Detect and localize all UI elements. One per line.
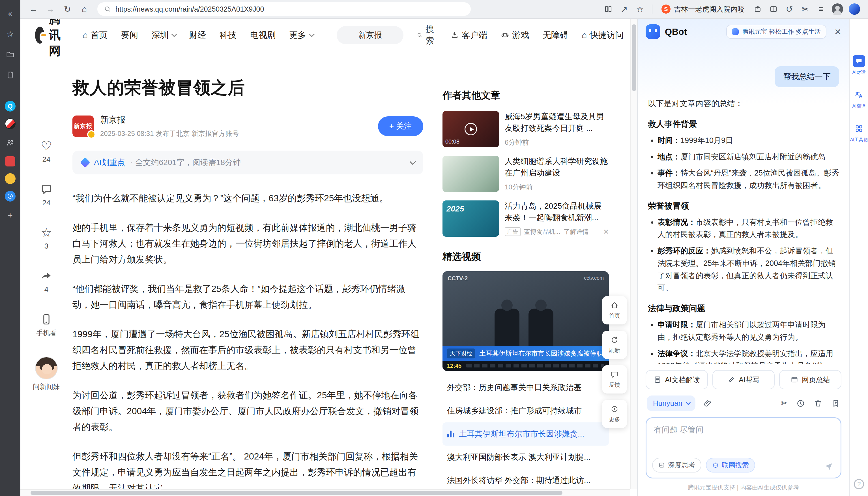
notes-button[interactable] [4,68,16,81]
ai-chat-tool[interactable]: AI对话 [852,55,866,75]
ai-write-button[interactable]: AI帮写 [712,370,775,389]
send-button[interactable] [824,461,834,471]
forward-button[interactable]: → [43,2,58,16]
share-button[interactable]: 4 [40,270,53,294]
site-search-button[interactable]: 搜索 [417,24,437,47]
history-button[interactable]: ↺ [782,2,797,16]
qbot-input-box[interactable]: 深度思考 联网搜索 [646,417,841,478]
qq-app-icon[interactable]: Q [5,101,16,111]
yellow-app-icon[interactable] [5,173,16,184]
collapse-sidebar-button[interactable]: « [4,7,16,20]
news-assistant-button[interactable]: 问新闻妹 [33,357,60,391]
follow-button[interactable]: + 关注 [378,117,423,136]
nav-item-home[interactable]: ⌂首页 [83,29,108,41]
video-list-item-active[interactable]: 土耳其伊斯坦布尔市市长因涉嫌贪... [443,422,609,446]
history-icon[interactable] [796,399,805,408]
deep-think-toggle[interactable]: 深度思考 [652,458,701,472]
vertical-scrollbar[interactable] [630,19,637,489]
qbot-input[interactable] [646,418,840,453]
nav-item-tv[interactable]: 电视剧 [250,29,276,41]
send-page-button[interactable]: ↗ [617,2,631,16]
ai-digest-bar[interactable]: AI划重点 · 全文约6201字，阅读需18分钟 [73,151,423,174]
user-message: 帮我总结一下 [775,66,839,87]
nav-item-tech[interactable]: 科技 [220,29,237,41]
accessibility-link[interactable]: 无障碍 [543,29,568,41]
related-title[interactable]: 人类细胞谱系大科学研究设施在广州启动建设 [505,156,609,179]
penguin-app-icon[interactable] [5,118,16,129]
client-app-link[interactable]: 客户端 [450,29,487,41]
video-list-item[interactable]: 澳大利亚国防部长表示 澳大利亚计划提... [443,446,609,469]
reload-button[interactable]: ↻ [60,2,75,16]
attachment-icon[interactable] [703,399,712,408]
ai-toolbox-tool[interactable]: AI工具箱 [850,122,868,142]
bookmark-add-icon[interactable] [831,399,840,408]
help-button[interactable]: ? [854,479,864,489]
ai-doc-read-button[interactable]: AI文档解读 [646,370,708,389]
nav-item-more[interactable]: 更多 [289,29,313,41]
games-link[interactable]: 游戏 [501,29,529,41]
list-item[interactable]: 人类细胞谱系大科学研究设施在广州启动建设 10分钟前 [443,156,609,192]
site-search-input[interactable] [337,26,403,44]
feedback-button[interactable]: 反馈 [602,365,627,393]
menu-button[interactable]: ≡ [814,2,829,16]
ticker-text: 吉林一老虎闯入院内咬 [674,4,745,14]
contacts-button[interactable] [4,137,16,149]
extensions-button[interactable] [750,2,765,16]
user-avatar[interactable] [832,3,843,15]
translate-icon [853,89,865,101]
comment-button[interactable]: 24 [40,183,53,207]
reader-mode-button[interactable] [601,2,616,16]
favorites-button[interactable]: ☆ [4,28,16,40]
news-ticker-widget[interactable]: S 吉林一老虎闯入院内咬 [657,3,749,15]
more-button[interactable]: 更多 [602,400,627,428]
scrollbar-thumb[interactable] [31,491,562,495]
nav-item-finance[interactable]: 财经 [189,29,206,41]
back-to-home-button[interactable]: 首页 [602,296,627,324]
chevron-down-icon[interactable] [410,158,416,165]
like-button[interactable]: ♡ 24 [41,140,52,164]
article-thumbnail[interactable] [443,156,499,192]
horizontal-scrollbar[interactable] [20,489,630,496]
red-app-icon[interactable] [5,156,15,167]
related-title[interactable]: 威海5岁男童疑遭生母及其男友殴打致死案今日开庭 ... [505,111,609,134]
screenshot-button[interactable]: ✂ [798,2,813,16]
model-selector[interactable]: Hunyuan [647,396,695,411]
folder-button[interactable] [4,48,16,61]
source-name[interactable]: 新京报 [100,114,239,126]
screenshot-icon[interactable]: ✂ [781,399,788,408]
ad-cta-link[interactable]: 了解详情 [564,228,589,236]
mobile-view-button[interactable]: 手机看 [36,313,57,338]
address-bar[interactable]: https://news.qq.com/rain/a/20250325A01X9… [97,2,471,16]
tab-layout-button[interactable] [766,2,781,16]
nav-item-city[interactable]: 深圳 [152,29,175,41]
qbot-chat-area: 帮我总结一下 以下是对文章内容的总结： 救人事件背景 时间：1999年10月9日… [638,45,849,365]
clock-app-icon[interactable] [5,191,16,202]
ai-translate-tool[interactable]: AI翻译 [852,89,866,109]
trash-icon[interactable] [814,399,823,408]
ad-thumbnail[interactable]: 2025 [443,200,499,237]
back-button[interactable]: ← [26,2,41,16]
add-app-button[interactable]: ＋ [4,209,16,221]
profile-avatar[interactable] [849,3,860,15]
favorite-button[interactable]: ☆ 3 [41,227,52,250]
browser-home-button[interactable]: ⌂ [77,2,92,16]
list-item[interactable]: 00:08 威海5岁男童疑遭生母及其男友殴打致死案今日开庭 ... 6分钟前 [443,111,609,147]
web-search-toggle[interactable]: 联网搜索 [706,458,755,472]
list-item-ad[interactable]: 2025 活力青岛，2025食品机械展来袭！一起嗨翻食机新潮... 广告 蓝博食… [443,200,609,237]
close-icon[interactable]: ✕ [834,27,841,37]
page-summary-button[interactable]: 网页总结 [779,370,841,389]
video-list-item[interactable]: 住房城乡建设部：推广形成可持续城市 [443,399,609,422]
scrollbar-thumb[interactable] [632,24,636,91]
video-list-item[interactable]: 外交部：历史问题事关中日关系政治基 [443,376,609,399]
source-avatar[interactable]: 新京报 [73,115,94,137]
bookmark-star-button[interactable]: ☆ [632,2,647,16]
close-icon[interactable]: ✕ [603,228,609,236]
refresh-button[interactable]: 刷新 [602,331,627,359]
featured-video-player[interactable]: CCTV-2 cctv.com 天下财经 土耳其伊斯坦布尔市市长因涉嫌贪腐被停职… [443,271,609,371]
video-thumbnail[interactable]: 00:08 [443,111,499,147]
ad-title[interactable]: 活力青岛，2025食品机械展来袭！一起嗨翻食机新潮... [505,200,609,223]
nav-item-news[interactable]: 要闻 [121,29,138,41]
video-list-item[interactable]: 法国外长将访华 外交部：期待通过此访... [443,469,609,492]
yuanbao-promo-button[interactable]: 腾讯元宝-轻松工作 多点生活 [726,25,826,39]
quick-access-link[interactable]: ⌂快捷访问 [582,29,624,41]
